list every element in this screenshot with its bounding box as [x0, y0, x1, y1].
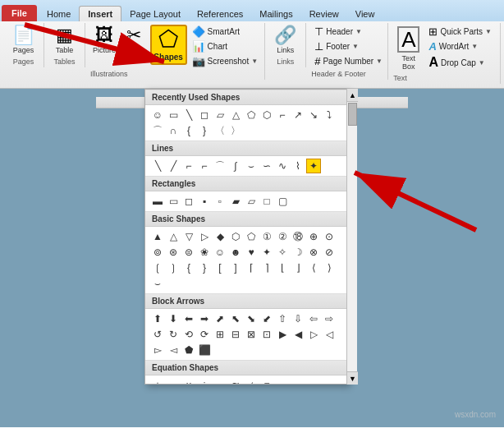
shape-item[interactable]: ▽	[181, 229, 196, 244]
shape-item[interactable]: ❳	[166, 260, 181, 275]
shape-item[interactable]: ▷	[197, 229, 212, 244]
tab-review[interactable]: Review	[301, 7, 347, 21]
shape-item[interactable]: ✦	[259, 245, 274, 260]
word-art-button[interactable]: A WordArt ▼	[425, 39, 495, 53]
shape-item[interactable]: ∩	[166, 123, 181, 138]
shape-item[interactable]: ☺	[150, 108, 165, 122]
shape-item[interactable]: ⬆	[150, 311, 165, 326]
shape-item[interactable]: ⌈	[244, 260, 259, 275]
shape-item[interactable]: ⟩	[322, 260, 337, 275]
shape-item[interactable]: ⬛	[197, 343, 212, 357]
shape-item[interactable]: ▱	[244, 194, 259, 209]
shape-item[interactable]: △	[228, 108, 243, 122]
header-button[interactable]: ⊤ Header ▼	[311, 25, 383, 39]
shape-item[interactable]: ⇩	[291, 311, 305, 326]
shape-item[interactable]: ⊙	[322, 229, 337, 244]
shape-item[interactable]: ╲	[181, 108, 196, 122]
shape-item[interactable]: ⬡	[259, 108, 274, 122]
shape-item[interactable]: ⊜	[181, 245, 196, 260]
tab-insert[interactable]: Insert	[79, 6, 121, 21]
shape-item[interactable]: △	[166, 229, 181, 244]
shape-item[interactable]: ⊗	[306, 245, 321, 260]
shape-item[interactable]: ◁	[322, 327, 337, 342]
shape-item[interactable]: ⌐	[181, 159, 196, 173]
shape-item[interactable]: ⬠	[244, 229, 259, 244]
shape-item[interactable]: ⊡	[259, 327, 274, 342]
shape-item[interactable]: ⬈	[213, 311, 227, 326]
picture-button[interactable]: 🖼 Picture	[90, 25, 118, 56]
shape-item[interactable]: ⌣	[244, 159, 259, 173]
pages-button[interactable]: 📄 Pages	[9, 25, 39, 56]
shape-item[interactable]: ⟲	[181, 327, 196, 342]
shape-item[interactable]: ◅	[166, 343, 181, 357]
shape-item[interactable]: ∽	[259, 159, 274, 173]
shape-item[interactable]: ⬇	[166, 311, 181, 326]
page-number-button[interactable]: # Page Number ▼	[311, 54, 383, 68]
shape-item[interactable]: ▶	[275, 327, 290, 342]
shape-item[interactable]: ⌇	[291, 159, 305, 173]
shape-item[interactable]: ▬	[150, 194, 165, 209]
shape-item[interactable]: }	[197, 123, 212, 138]
shape-item[interactable]: ♥	[244, 245, 259, 260]
shape-item[interactable]: ⊞	[213, 327, 227, 342]
shape-item[interactable]: ⌋	[291, 260, 305, 275]
shape-item[interactable]: ▰	[228, 194, 243, 209]
shape-item[interactable]: ≅	[228, 378, 243, 385]
tab-view[interactable]: View	[347, 7, 383, 21]
shape-item[interactable]: ⬋	[259, 311, 274, 326]
shape-item[interactable]: 〈	[213, 123, 227, 138]
shape-item[interactable]: ⊘	[322, 245, 337, 260]
shape-item[interactable]: {	[181, 123, 196, 138]
shape-item[interactable]: ☺	[213, 245, 227, 260]
shape-item[interactable]: ▢	[275, 194, 290, 209]
shape-item[interactable]: ╱	[166, 159, 181, 173]
shape-item[interactable]: ①	[259, 229, 274, 244]
shape-item[interactable]: ≠	[244, 378, 259, 385]
table-button[interactable]: ▦ Table	[50, 25, 80, 56]
shape-item[interactable]: 〉	[228, 123, 243, 138]
shape-item[interactable]: ▫	[213, 194, 227, 209]
shape-item[interactable]: ⑱	[291, 229, 305, 244]
shape-item[interactable]: ⌉	[259, 260, 274, 275]
shape-item[interactable]: ⇦	[306, 311, 321, 326]
screenshot-button[interactable]: 📷 Screenshot ▼	[189, 54, 262, 68]
scroll-down-button[interactable]: ▼	[347, 371, 358, 385]
shape-item[interactable]: ×	[181, 378, 196, 385]
shape-item[interactable]: ⬡	[228, 229, 243, 244]
shape-item[interactable]: ▭	[166, 194, 181, 209]
shape-item[interactable]: ⬟	[181, 343, 196, 357]
shape-item[interactable]: ⌐	[275, 108, 290, 122]
clip-art-button[interactable]: ✂ Clip Art	[120, 25, 149, 64]
shapes-button[interactable]: ⬠ Shapes	[150, 25, 187, 65]
shape-item[interactable]: ⟳	[197, 327, 212, 342]
text-box-button[interactable]: A Text Box	[393, 25, 424, 72]
shape-item[interactable]: ⬉	[228, 311, 243, 326]
shapes-dropdown[interactable]: Recently Used Shapes ☺ ▭ ╲ ◻ ▱ △ ⬠ ⬡ ⌐ ↗…	[144, 89, 348, 385]
shape-item[interactable]: ☻	[228, 245, 243, 260]
shape-item[interactable]: −	[166, 378, 181, 385]
shape-item[interactable]: ∿	[275, 159, 290, 173]
shape-item[interactable]: ❀	[197, 245, 212, 260]
chart-button[interactable]: 📊 Chart	[189, 39, 262, 53]
shape-item[interactable]: {	[181, 260, 196, 275]
shape-item[interactable]: ⊟	[228, 327, 243, 342]
shape-item[interactable]: ▱	[213, 108, 227, 122]
shape-item[interactable]: ↗	[291, 108, 305, 122]
shape-item[interactable]: ⌐	[197, 159, 212, 173]
shape-item[interactable]: ⤵	[322, 108, 337, 122]
shape-item[interactable]: ◆	[213, 229, 227, 244]
shape-item[interactable]: ⇧	[275, 311, 290, 326]
footer-button[interactable]: ⊥ Footer ▼	[311, 39, 383, 53]
shape-item[interactable]: [	[213, 260, 227, 275]
tab-mailings[interactable]: Mailings	[251, 7, 300, 21]
shape-item[interactable]: ▪	[197, 194, 212, 209]
shape-item[interactable]: ▭	[166, 108, 181, 122]
scroll-thumb[interactable]	[348, 103, 357, 126]
shape-item[interactable]: ⬅	[181, 311, 196, 326]
shape-item[interactable]: ▻	[150, 343, 165, 357]
shape-item[interactable]: ⌊	[275, 260, 290, 275]
shape-item[interactable]: ⊕	[306, 229, 321, 244]
shape-item[interactable]: ╲	[150, 159, 165, 173]
shape-item[interactable]: ⇨	[322, 311, 337, 326]
shape-item[interactable]: ]	[228, 260, 243, 275]
